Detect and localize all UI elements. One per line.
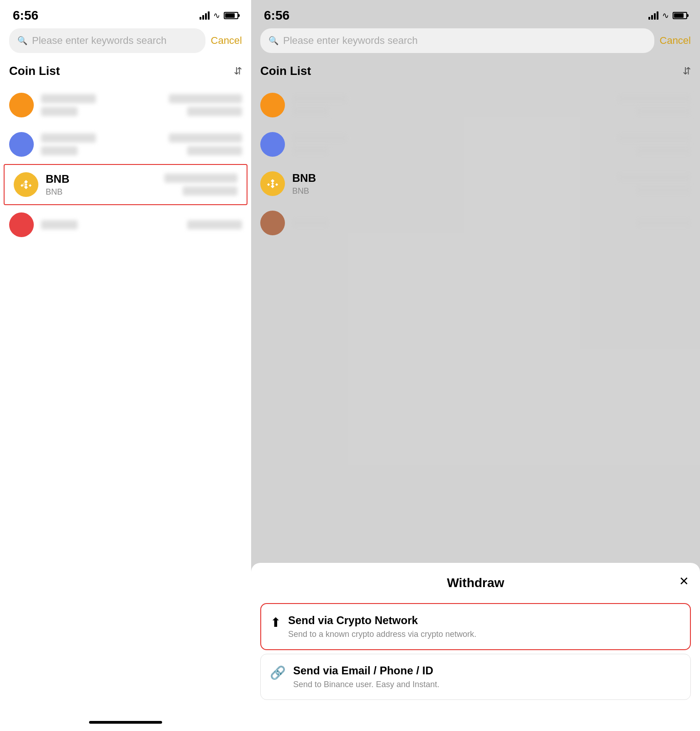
home-indicator-left (89, 721, 162, 724)
bnb-name: BNB (46, 173, 164, 185)
bnb-list-item-right[interactable]: BNB BNB (251, 164, 700, 203)
coin-name-blurred (41, 94, 96, 103)
send-crypto-option[interactable]: ⬆ Send via Crypto Network Send to a know… (260, 603, 691, 650)
coin-icon-bnb (14, 172, 38, 197)
coin-icon-brown-right (260, 211, 285, 235)
coin-icon-blue-right (260, 132, 285, 157)
bnb-symbol: BNB (46, 187, 164, 197)
search-placeholder-right: Please enter keywords search (283, 35, 418, 47)
send-crypto-title: Send via Crypto Network (288, 614, 476, 627)
bnb-list-item[interactable]: BNB BNB (4, 164, 247, 205)
time-left: 6:56 (13, 8, 38, 23)
search-bar-left: 🔍 Please enter keywords search Cancel (0, 28, 251, 53)
bnb-name-right: BNB (292, 172, 618, 185)
send-email-title: Send via Email / Phone / ID (293, 664, 439, 677)
search-icon-right: 🔍 (268, 36, 279, 46)
bnb-coin-info: BNB BNB (46, 173, 164, 197)
send-email-desc: Send to Binance user. Easy and Instant. (293, 680, 439, 689)
coin-info (41, 94, 169, 116)
coin-icon-red (9, 212, 34, 237)
coin-symbol-blurred (41, 107, 78, 116)
coin-icon-bnb-right (260, 171, 285, 196)
list-item[interactable] (251, 85, 700, 125)
coin-right-blurred (164, 174, 237, 196)
wifi-icon-right: ∿ (662, 11, 669, 21)
upload-icon: ⬆ (270, 615, 281, 630)
status-icons-right: ∿ (648, 11, 687, 21)
cancel-button-right[interactable]: Cancel (660, 35, 691, 47)
send-email-text: Send via Email / Phone / ID Send to Bina… (293, 664, 439, 689)
time-right: 6:56 (264, 8, 289, 23)
coin-name-blurred (41, 220, 78, 229)
status-bar-left: 6:56 ∿ (0, 0, 251, 28)
sort-icon-left[interactable]: ⇵ (234, 65, 242, 77)
right-panel: 6:56 ∿ 🔍 Please enter keywords search (251, 0, 700, 731)
withdraw-modal: Withdraw ✕ ⬆ Send via Crypto Network Sen… (251, 563, 700, 731)
battery-icon-right (673, 12, 687, 19)
coin-list-title-right: Coin List (260, 64, 311, 78)
coin-right-blurred (187, 220, 242, 229)
list-item[interactable] (251, 203, 700, 243)
status-bar-right: 6:56 ∿ (251, 0, 700, 28)
coin-list-header-left: Coin List ⇵ (0, 60, 251, 85)
search-icon-left: 🔍 (17, 36, 27, 46)
search-placeholder-left: Please enter keywords search (32, 35, 167, 47)
coin-right-blurred (169, 94, 242, 116)
search-input-left[interactable]: 🔍 Please enter keywords search (9, 28, 205, 53)
left-panel: 6:56 ∿ 🔍 Please enter keywords search Ca… (0, 0, 251, 731)
list-item[interactable] (251, 125, 700, 164)
list-item[interactable] (0, 85, 251, 125)
coin-name-blurred (41, 133, 96, 143)
send-crypto-desc: Send to a known crypto address via crypt… (288, 630, 476, 639)
signal-icon-right (648, 11, 658, 20)
coin-icon-orange-right (260, 93, 285, 117)
coin-icon-orange (9, 93, 34, 117)
list-item[interactable] (0, 125, 251, 164)
signal-icon (200, 11, 210, 20)
coin-list-title-left: Coin List (9, 64, 60, 78)
coin-right-blurred (169, 133, 242, 155)
modal-close-button[interactable]: ✕ (679, 574, 689, 588)
cancel-button-left[interactable]: Cancel (211, 35, 242, 47)
sort-icon-right[interactable]: ⇵ (683, 65, 691, 77)
list-item[interactable] (0, 205, 251, 244)
bnb-symbol-right: BNB (292, 186, 618, 196)
search-bar-right: 🔍 Please enter keywords search Cancel (251, 28, 700, 53)
link-icon: 🔗 (270, 665, 286, 680)
coin-icon-blue (9, 132, 34, 157)
modal-title: Withdraw (447, 576, 505, 590)
send-crypto-text: Send via Crypto Network Send to a known … (288, 614, 476, 639)
coin-symbol-blurred (41, 146, 78, 155)
search-input-right[interactable]: 🔍 Please enter keywords search (260, 28, 654, 53)
coin-info (41, 133, 169, 155)
modal-header: Withdraw ✕ (251, 563, 700, 599)
send-email-option[interactable]: 🔗 Send via Email / Phone / ID Send to Bi… (260, 654, 691, 700)
battery-icon (224, 12, 238, 19)
coin-list-header-right: Coin List ⇵ (251, 60, 700, 85)
coin-info (41, 220, 187, 229)
wifi-icon: ∿ (213, 11, 220, 21)
status-icons-left: ∿ (200, 11, 238, 21)
